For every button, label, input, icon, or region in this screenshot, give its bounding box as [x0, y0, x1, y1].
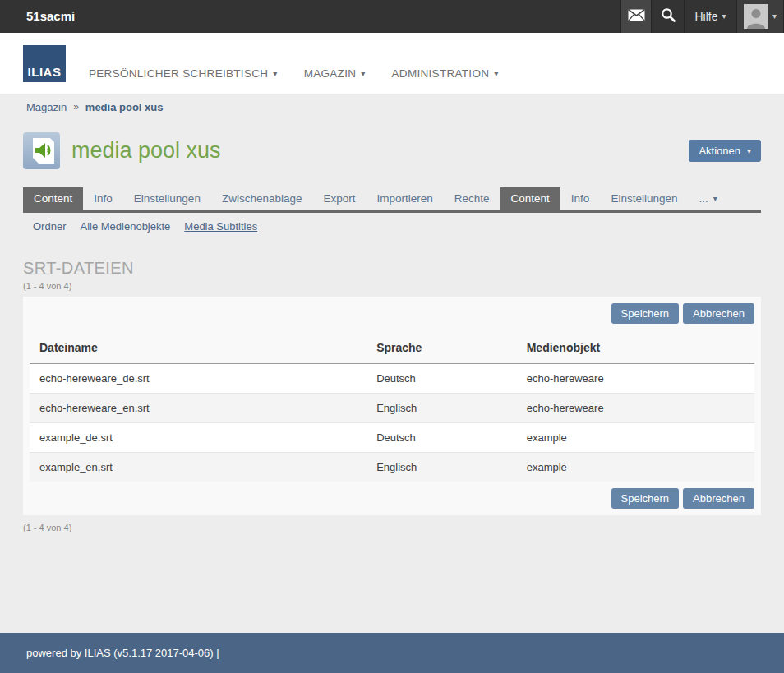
nav-repository[interactable]: MAGAZIN	[304, 67, 366, 80]
cell-filename: example_de.srt	[30, 423, 367, 453]
table-row: echo-hereweare_en.srt Englisch echo-here…	[30, 394, 754, 423]
avatar	[744, 4, 768, 29]
tab-export[interactable]: Export	[312, 187, 366, 210]
tab-more[interactable]: ...	[688, 187, 727, 210]
actions-button[interactable]: Aktionen	[689, 140, 761, 162]
tab-content-2[interactable]: Content	[500, 187, 560, 210]
save-button[interactable]: Speichern	[611, 303, 680, 324]
tab-info-2[interactable]: Info	[560, 187, 601, 210]
nav-label: PERSÖNLICHER SCHREIBTISCH	[89, 67, 268, 80]
user-menu[interactable]	[736, 0, 784, 33]
cancel-button[interactable]: Abbrechen	[683, 488, 754, 509]
tab-label: Rechte	[454, 187, 490, 210]
breadcrumb-separator: »	[73, 101, 79, 113]
footer-text[interactable]: powered by ILIAS (v5.1.17 2017-04-06) |	[26, 647, 219, 659]
actions-label: Aktionen	[699, 145, 740, 157]
chevron-down-icon	[494, 70, 498, 78]
chevron-down-icon	[722, 12, 726, 21]
cell-filename: example_en.srt	[30, 453, 367, 482]
tab-content[interactable]: Content	[23, 187, 83, 210]
search-icon	[661, 7, 676, 25]
main-nav: PERSÖNLICHER SCHREIBTISCH MAGAZIN ADMINI…	[89, 67, 499, 82]
srt-files-table: Dateiname Sprache Medienobjekt echo-here…	[30, 332, 754, 482]
tab-underline	[23, 210, 761, 213]
column-dateiname: Dateiname	[30, 332, 367, 364]
nav-personal-desktop[interactable]: PERSÖNLICHER SCHREIBTISCH	[89, 67, 278, 80]
chevron-down-icon	[772, 12, 777, 21]
breadcrumb: Magazin » media pool xus	[0, 94, 784, 119]
save-button[interactable]: Speichern	[611, 488, 680, 509]
help-menu[interactable]: Hilfe	[684, 0, 736, 33]
cell-media-object: echo-hereweare	[517, 394, 754, 423]
tab-label: Einstellungen	[134, 187, 201, 210]
subtab-media-subtitles[interactable]: Media Subtitles	[184, 220, 257, 233]
column-sprache: Sprache	[367, 332, 517, 364]
tab-label: Importieren	[376, 187, 432, 210]
footer: powered by ILIAS (v5.1.17 2017-04-06) |	[0, 633, 784, 673]
table-row: example_en.srt Englisch example	[30, 453, 754, 482]
tab-importieren[interactable]: Importieren	[366, 187, 443, 210]
subtab-alle-medienobjekte[interactable]: Alle Medienobjekte	[80, 220, 170, 233]
tab-rechte[interactable]: Rechte	[444, 187, 500, 210]
ilias-logo[interactable]: ILIAS	[23, 45, 66, 82]
table-row: echo-hereweare_de.srt Deutsch echo-herew…	[30, 364, 754, 394]
breadcrumb-link-magazin[interactable]: Magazin	[26, 101, 67, 113]
tab-einstellungen[interactable]: Einstellungen	[123, 187, 211, 210]
column-medienobjekt: Medienobjekt	[517, 332, 754, 364]
tab-label: Export	[323, 187, 355, 210]
top-bar: 51sacmi Hilfe	[0, 0, 784, 33]
srt-table-panel: Speichern Abbrechen Dateiname Sprache Me…	[23, 297, 761, 515]
tab-bar: Content Info Einstellungen Zwischenablag…	[23, 187, 761, 210]
cell-language: Englisch	[367, 394, 517, 423]
table-header-row: Dateiname Sprache Medienobjekt	[30, 332, 754, 364]
cancel-button[interactable]: Abbrechen	[683, 303, 754, 324]
cell-language: Deutsch	[367, 423, 517, 453]
search-button[interactable]	[651, 0, 684, 33]
cell-media-object: example	[517, 453, 754, 482]
media-pool-icon	[23, 132, 60, 169]
help-label: Hilfe	[694, 10, 717, 23]
cell-language: Englisch	[367, 453, 517, 482]
cell-media-object: example	[517, 423, 754, 453]
tab-label: Info	[94, 187, 113, 210]
tab-zwischenablage[interactable]: Zwischenablage	[211, 187, 313, 210]
tab-label: Zwischenablage	[222, 187, 302, 210]
tab-label: Einstellungen	[611, 187, 677, 210]
nav-administration[interactable]: ADMINISTRATION	[392, 67, 499, 80]
toolbar-bottom: Speichern Abbrechen	[30, 488, 754, 509]
tab-label: Info	[571, 187, 590, 210]
cell-filename: echo-hereweare_de.srt	[30, 364, 367, 394]
tab-info[interactable]: Info	[83, 187, 123, 210]
mail-button[interactable]	[620, 0, 651, 33]
nav-label: MAGAZIN	[304, 67, 357, 80]
nav-label: ADMINISTRATION	[392, 67, 490, 80]
breadcrumb-current[interactable]: media pool xus	[85, 101, 164, 113]
page-title: media pool xus	[71, 138, 221, 164]
result-count-top: (1 - 4 von 4)	[23, 281, 761, 291]
cell-filename: echo-hereweare_en.srt	[30, 394, 367, 423]
chevron-down-icon	[713, 195, 717, 203]
toolbar-top: Speichern Abbrechen	[30, 303, 754, 324]
section-title: SRT-DATEIEN	[23, 259, 761, 278]
mail-icon	[628, 9, 645, 25]
table-row: example_de.srt Deutsch example	[30, 423, 754, 453]
tab-label: Content	[511, 187, 550, 210]
chevron-down-icon	[273, 70, 277, 78]
cell-language: Deutsch	[367, 364, 517, 394]
main-content: media pool xus Aktionen Content Info Ein…	[0, 119, 784, 633]
client-title: 51sacmi	[0, 0, 620, 33]
tab-einstellungen-2[interactable]: Einstellungen	[600, 187, 688, 210]
result-count-bottom: (1 - 4 von 4)	[23, 523, 761, 532]
header: ILIAS PERSÖNLICHER SCHREIBTISCH MAGAZIN …	[0, 33, 784, 94]
tab-label: ...	[699, 187, 708, 210]
title-bar: media pool xus Aktionen	[0, 119, 784, 169]
subtab-bar: Ordner Alle Medienobjekte Media Subtitle…	[33, 220, 761, 233]
subtab-ordner[interactable]: Ordner	[33, 220, 66, 233]
cell-media-object: echo-hereweare	[517, 364, 754, 394]
chevron-down-icon	[747, 147, 751, 155]
tab-label: Content	[34, 187, 72, 210]
chevron-down-icon	[361, 70, 365, 78]
